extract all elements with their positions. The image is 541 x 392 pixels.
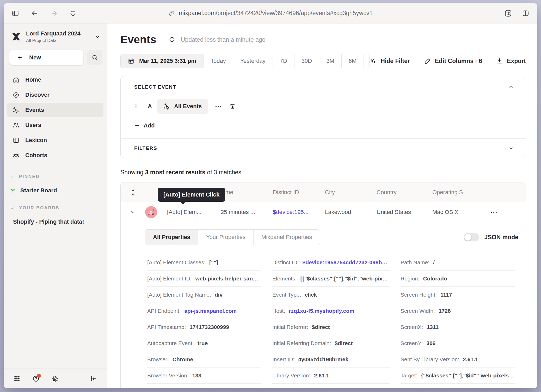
property-value-link[interactable]: api-js.mixpanel.com bbox=[184, 308, 237, 314]
search-button[interactable] bbox=[87, 50, 102, 65]
sidebar-item-label: Events bbox=[25, 107, 44, 113]
property-label: Browser: bbox=[147, 356, 169, 363]
new-button[interactable]: New bbox=[9, 50, 83, 65]
property-row: Host:rzq1xu-f5.myshopify.com bbox=[272, 303, 390, 319]
property-label: Library Version: bbox=[272, 372, 310, 379]
property-row: Event Type:click bbox=[272, 287, 390, 303]
sidebar-item-lexicon[interactable]: Lexicon bbox=[7, 133, 103, 148]
gear-icon[interactable] bbox=[52, 375, 59, 382]
address-bar[interactable]: mixpanel.com/project/3472420/view/397469… bbox=[168, 10, 373, 17]
new-button-label: New bbox=[29, 54, 41, 61]
property-row: City:Lakewood bbox=[147, 384, 261, 388]
edit-columns-button[interactable]: Edit Columns · 6 bbox=[424, 58, 482, 65]
column-header-distinct-id[interactable]: Distinct ID bbox=[273, 189, 325, 196]
json-mode-toggle[interactable] bbox=[464, 233, 479, 241]
range-6m[interactable]: 6M bbox=[341, 54, 364, 68]
property-value: [""] bbox=[209, 259, 218, 266]
sidebar-item-label: Cohorts bbox=[25, 152, 47, 159]
property-row: API Timestamp:1741732300999 bbox=[147, 319, 261, 335]
property-row: [Auto] Element Tag Name:div bbox=[147, 287, 261, 303]
browser-sidebar-toggle-icon[interactable] bbox=[11, 9, 19, 17]
range-yesterday[interactable]: Yesterday bbox=[233, 54, 273, 68]
property-value: 133 bbox=[192, 372, 201, 379]
apps-grid-icon[interactable] bbox=[14, 375, 20, 382]
property-label: [Auto] Element ID: bbox=[147, 275, 192, 282]
sidebar-item-home[interactable]: Home bbox=[7, 72, 103, 87]
range-12m[interactable]: 12M bbox=[364, 54, 370, 68]
chevron-up-icon[interactable] bbox=[508, 84, 514, 90]
project-switcher[interactable]: Lord Farquaad 2024 All Project Data bbox=[4, 23, 107, 43]
sidebar-item-starter-board[interactable]: Starter Board bbox=[10, 187, 103, 194]
row-overflow-icon[interactable] bbox=[490, 211, 526, 213]
home-icon bbox=[13, 76, 20, 83]
your-boards-section-header[interactable]: YOUR BOARDS bbox=[10, 205, 103, 211]
property-value: 1311 bbox=[427, 324, 439, 330]
sidebar-item-users[interactable]: Users bbox=[7, 118, 103, 132]
split-view-icon[interactable] bbox=[522, 9, 530, 17]
help-button[interactable] bbox=[32, 375, 40, 382]
compass-icon bbox=[13, 91, 20, 99]
property-label: Target: bbox=[401, 372, 417, 379]
property-row: Distinct ID:$device:1958754cdd7232-098b8… bbox=[272, 254, 390, 271]
property-value: 4y095zdd198hrmek bbox=[298, 356, 348, 363]
add-event-button[interactable]: Add bbox=[134, 122, 155, 129]
summary-prefix: Showing bbox=[120, 169, 143, 176]
property-row: Browser:Chrome bbox=[147, 351, 261, 368]
sidebar-item-events[interactable]: Events bbox=[7, 103, 103, 117]
sidebar-item-cohorts[interactable]: Cohorts bbox=[7, 148, 103, 163]
range-7d[interactable]: 7D bbox=[273, 54, 294, 68]
column-header-os[interactable]: Operating S bbox=[432, 189, 490, 196]
pinned-section-header[interactable]: PINNED bbox=[10, 174, 103, 179]
sidebar-item-discover[interactable]: Discover bbox=[7, 88, 103, 102]
tab-your-properties[interactable]: Your Properties bbox=[198, 230, 253, 245]
row-distinct-id[interactable]: $device:195... bbox=[273, 209, 325, 216]
column-header-city[interactable]: City bbox=[325, 189, 377, 196]
property-row: Elements:[{"$classes":[""],"$id":"web-pi… bbox=[272, 271, 390, 287]
refresh-icon[interactable] bbox=[168, 36, 176, 43]
all-events-chip[interactable]: All Events bbox=[157, 99, 208, 114]
chevron-down-icon bbox=[10, 175, 14, 179]
collapse-rows-icon[interactable] bbox=[130, 188, 145, 197]
property-value: $direct bbox=[335, 340, 353, 346]
range-3m[interactable]: 3M bbox=[319, 54, 341, 68]
chevron-down-icon bbox=[508, 146, 514, 151]
sidebar-footer bbox=[4, 369, 107, 388]
reader-settings-icon[interactable] bbox=[504, 9, 512, 17]
column-header-country[interactable]: Country bbox=[377, 189, 432, 196]
drag-handle-icon[interactable] bbox=[134, 103, 138, 109]
tab-all-properties[interactable]: All Properties bbox=[145, 230, 198, 245]
property-label: ScreenY: bbox=[401, 340, 423, 346]
table-row[interactable]: [Auto] Elem... 25 minutes ... $device:19… bbox=[121, 202, 526, 222]
date-picker-button[interactable]: Mar 11, 2025 3:31 pm bbox=[121, 54, 203, 68]
reload-icon[interactable] bbox=[69, 10, 77, 17]
row-city: Lakewood bbox=[325, 209, 377, 216]
range-today[interactable]: Today bbox=[203, 54, 233, 68]
tab-mixpanel-properties[interactable]: Mixpanel Properties bbox=[253, 230, 320, 245]
property-row: Screen Width:1728 bbox=[401, 303, 515, 319]
collapse-sidebar-icon[interactable] bbox=[90, 375, 97, 382]
plus-icon bbox=[17, 54, 23, 61]
cursor-click-icon bbox=[13, 107, 20, 114]
back-icon[interactable] bbox=[31, 9, 39, 17]
property-value: {"$classes":[""],"$id":"web-pixels-hel..… bbox=[421, 372, 515, 379]
chevron-down-icon bbox=[95, 34, 100, 40]
filters-section[interactable]: FILTERS bbox=[121, 138, 526, 158]
property-label: Screen Width: bbox=[401, 308, 435, 314]
property-value-link[interactable]: rzq1xu-f5.myshopify.com bbox=[289, 308, 354, 314]
export-button[interactable]: Export bbox=[496, 58, 526, 65]
row-country: United States bbox=[377, 209, 432, 216]
sidebar-item-shopify-board[interactable]: Shopify - Piping that data! bbox=[13, 218, 103, 225]
hide-filter-button[interactable]: Hide Filter bbox=[370, 58, 410, 65]
expand-row-icon[interactable] bbox=[130, 210, 145, 215]
property-value-link[interactable]: $device:1958754cdd7232-098b89... bbox=[303, 259, 390, 266]
property-value: / bbox=[433, 259, 435, 266]
property-row: [Auto] Element Classes:[""] bbox=[147, 254, 261, 271]
property-label: Distinct ID: bbox=[272, 259, 299, 266]
column-header-time[interactable]: Time bbox=[221, 189, 273, 196]
range-30d[interactable]: 30D bbox=[294, 54, 319, 68]
trash-icon[interactable] bbox=[229, 103, 236, 110]
json-mode-label: JSON mode bbox=[484, 234, 518, 241]
property-row: Region:Colorado bbox=[401, 271, 515, 287]
date-label: Mar 11, 2025 3:31 pm bbox=[139, 58, 196, 64]
more-options-icon[interactable] bbox=[215, 105, 222, 108]
